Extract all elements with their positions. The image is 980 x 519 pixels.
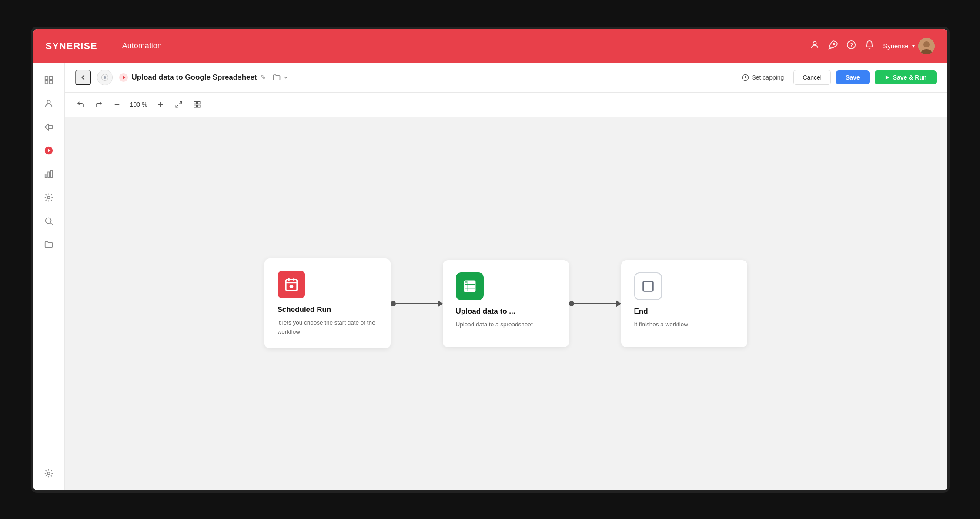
save-run-label: Save & Run — [893, 74, 927, 81]
svg-rect-8 — [50, 76, 52, 79]
undo-button[interactable] — [74, 97, 87, 111]
node-end[interactable]: End It finishes a workflow — [621, 260, 747, 347]
svg-rect-10 — [50, 80, 52, 83]
node-upload-title: Upload data to ... — [456, 307, 515, 316]
top-navigation: SYNERISE Automation ? Synerise — [33, 29, 947, 63]
node-scheduled-run-title: Scheduled Run — [278, 305, 331, 314]
user-avatar — [918, 38, 935, 54]
nav-right: ? Synerise ▾ — [810, 38, 934, 54]
svg-text:≡: ≡ — [465, 280, 467, 285]
zoom-out-button[interactable] — [110, 97, 124, 111]
svg-point-22 — [47, 472, 50, 475]
svg-marker-28 — [886, 75, 889, 80]
connection-2 — [569, 300, 621, 307]
node-end-icon — [634, 272, 662, 300]
workflow-canvas[interactable]: Scheduled Run It lets you choose the sta… — [65, 117, 947, 490]
svg-point-20 — [46, 218, 51, 223]
node-scheduled-run-icon — [278, 271, 305, 298]
svg-rect-37 — [197, 105, 200, 107]
workflow-status-icon — [97, 70, 113, 85]
bell-nav-icon[interactable] — [865, 40, 874, 52]
sidebar-item-bottom-settings[interactable] — [39, 463, 59, 483]
svg-point-42 — [289, 285, 293, 288]
workflow-nodes-container: Scheduled Run It lets you choose the sta… — [264, 258, 747, 348]
node-scheduled-run-desc: It lets you choose the start date of the… — [278, 318, 378, 336]
node-upload-desc: Upload data to a spreadsheet — [456, 320, 533, 329]
conn-line-2 — [574, 303, 616, 304]
brand-logo: SYNERISE — [46, 40, 97, 52]
grid-view-button[interactable] — [190, 97, 204, 111]
section-label: Automation — [122, 41, 162, 50]
main-body: Upload data to Google Spreadsheet ✎ Set … — [33, 63, 947, 490]
folder-button[interactable] — [272, 73, 289, 82]
svg-text:?: ? — [850, 42, 853, 48]
svg-point-1 — [833, 43, 835, 45]
svg-point-0 — [813, 42, 816, 45]
sidebar-item-users[interactable] — [39, 94, 59, 114]
svg-marker-12 — [45, 124, 48, 130]
save-run-button[interactable]: Save & Run — [875, 70, 937, 84]
svg-rect-13 — [48, 125, 52, 128]
sidebar-item-toggle[interactable] — [39, 70, 59, 90]
node-upload-data[interactable]: ≡ Upload data to ... Upload data to a sp… — [443, 260, 569, 347]
conn-arrow-2 — [616, 300, 621, 307]
sidebar-item-settings1[interactable] — [39, 188, 59, 208]
save-button[interactable]: Save — [836, 70, 870, 84]
zoom-in-button[interactable] — [154, 97, 167, 111]
node-scheduled-run[interactable]: Scheduled Run It lets you choose the sta… — [264, 258, 391, 348]
svg-rect-34 — [194, 101, 196, 104]
svg-line-32 — [179, 101, 181, 104]
svg-rect-36 — [194, 105, 196, 107]
sidebar — [33, 63, 65, 490]
conn-dot-1 — [391, 301, 396, 306]
sidebar-item-search[interactable] — [39, 211, 59, 231]
logo: SYNERISE Automation — [46, 40, 162, 52]
edit-title-icon[interactable]: ✎ — [261, 74, 266, 81]
content-area: Upload data to Google Spreadsheet ✎ Set … — [65, 63, 947, 490]
svg-rect-17 — [48, 172, 50, 177]
sidebar-item-folder[interactable] — [39, 234, 59, 254]
redo-button[interactable] — [92, 97, 106, 111]
sidebar-item-analytics[interactable] — [39, 164, 59, 184]
svg-line-21 — [50, 223, 53, 225]
cancel-button[interactable]: Cancel — [793, 70, 831, 85]
back-button[interactable] — [75, 70, 91, 85]
node-end-title: End — [634, 307, 648, 316]
rocket-nav-icon[interactable] — [828, 40, 838, 52]
svg-rect-16 — [45, 174, 47, 177]
logo-divider — [110, 40, 110, 52]
user-menu[interactable]: Synerise ▾ — [883, 38, 934, 54]
profile-nav-icon[interactable] — [810, 40, 819, 52]
user-chevron: ▾ — [912, 43, 915, 49]
toolbar: Upload data to Google Spreadsheet ✎ Set … — [65, 63, 947, 93]
user-name-label: Synerise — [883, 42, 908, 50]
help-nav-icon[interactable]: ? — [846, 40, 856, 52]
workflow-title: Upload data to Google Spreadsheet — [132, 73, 257, 82]
svg-rect-49 — [643, 281, 653, 291]
node-end-desc: It finishes a workflow — [634, 320, 689, 329]
svg-point-5 — [923, 41, 930, 47]
sidebar-item-campaigns[interactable] — [39, 117, 59, 137]
svg-rect-35 — [197, 101, 200, 104]
node-upload-icon: ≡ — [456, 272, 484, 300]
conn-dot-2 — [569, 301, 574, 306]
svg-rect-7 — [45, 76, 48, 79]
svg-rect-18 — [51, 170, 53, 177]
fullscreen-button[interactable] — [172, 97, 186, 111]
svg-point-11 — [47, 100, 50, 103]
conn-arrow-1 — [438, 300, 443, 307]
zoom-level-display: 100 % — [128, 101, 149, 108]
sidebar-item-automation[interactable] — [39, 141, 59, 161]
svg-point-19 — [47, 196, 50, 199]
set-capping-button[interactable]: Set capping — [737, 71, 788, 84]
set-capping-label: Set capping — [752, 74, 784, 81]
workflow-title-group: Upload data to Google Spreadsheet ✎ — [119, 73, 266, 82]
svg-line-33 — [176, 105, 178, 107]
connection-1 — [391, 300, 443, 307]
toolbar-actions: Set capping Cancel Save Save & Run — [737, 70, 936, 85]
conn-line-1 — [396, 303, 438, 304]
svg-rect-9 — [45, 80, 48, 83]
svg-point-24 — [104, 76, 106, 79]
canvas-controls: 100 % — [65, 93, 947, 117]
